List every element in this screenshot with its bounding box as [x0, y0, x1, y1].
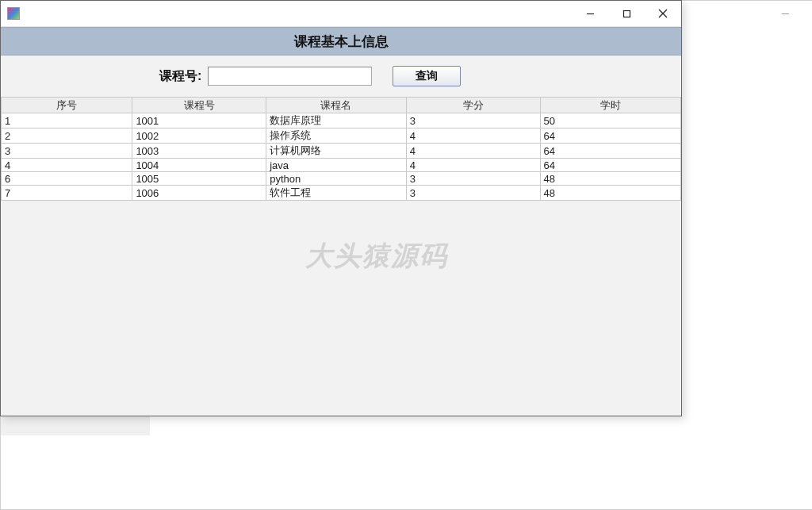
cell-seq[interactable]: 7 [2, 186, 132, 201]
svg-rect-5 [623, 10, 630, 17]
course-table-wrap: 序号 课程号 课程名 学分 学时 11001数据库原理35021002操作系统4… [1, 97, 681, 201]
cell-cid[interactable]: 1001 [132, 113, 266, 128]
cell-cid[interactable]: 1002 [132, 128, 266, 144]
search-button[interactable]: 查询 [393, 66, 461, 86]
cell-cid[interactable]: 1006 [132, 186, 266, 201]
cell-hours[interactable]: 48 [540, 172, 680, 186]
cell-cname[interactable]: 计算机网络 [266, 144, 407, 159]
table-row[interactable]: 71006软件工程348 [2, 186, 681, 201]
col-cname[interactable]: 课程名 [266, 98, 407, 113]
bg-minimize-button[interactable] [767, 1, 803, 26]
bg-maximize-button[interactable] [803, 1, 812, 26]
course-id-input[interactable] [208, 67, 372, 86]
col-hours[interactable]: 学时 [540, 98, 680, 113]
cell-cname[interactable]: 数据库原理 [266, 113, 407, 128]
cell-cname[interactable]: 操作系统 [266, 128, 407, 144]
cell-hours[interactable]: 50 [540, 113, 680, 128]
table-row[interactable]: 41004java464 [2, 159, 681, 172]
search-row: 课程号: 查询 [1, 56, 681, 97]
cell-hours[interactable]: 64 [540, 144, 680, 159]
table-row[interactable]: 11001数据库原理350 [2, 113, 681, 128]
cell-seq[interactable]: 3 [2, 144, 132, 159]
col-seq[interactable]: 序号 [2, 98, 132, 113]
cell-cid[interactable]: 1005 [132, 172, 266, 186]
cell-seq[interactable]: 6 [2, 172, 132, 186]
page-title: 课程基本上信息 [294, 33, 389, 51]
cell-cname[interactable]: 软件工程 [266, 186, 407, 201]
cell-cid[interactable]: 1003 [132, 144, 266, 159]
page-title-banner: 课程基本上信息 [1, 27, 681, 56]
course-info-window: 课程基本上信息 课程号: 查询 序号 课程号 课程名 学分 学时 [0, 0, 682, 416]
cell-seq[interactable]: 4 [2, 159, 132, 172]
table-header-row: 序号 课程号 课程名 学分 学时 [2, 98, 681, 113]
close-button[interactable] [645, 1, 681, 27]
cell-cname[interactable]: python [266, 172, 407, 186]
cell-cid[interactable]: 1004 [132, 159, 266, 172]
cell-seq[interactable]: 2 [2, 128, 132, 144]
col-credit[interactable]: 学分 [406, 98, 540, 113]
course-id-label: 课程号: [159, 68, 201, 85]
cell-credit[interactable]: 4 [406, 144, 540, 159]
window-controls [572, 1, 681, 27]
table-row[interactable]: 61005python348 [2, 172, 681, 186]
maximize-button[interactable] [608, 1, 645, 27]
cell-cname[interactable]: java [266, 159, 407, 172]
table-row[interactable]: 21002操作系统464 [2, 128, 681, 144]
cell-credit[interactable]: 3 [406, 113, 540, 128]
course-table: 序号 课程号 课程名 学分 学时 11001数据库原理35021002操作系统4… [1, 97, 681, 201]
cell-hours[interactable]: 48 [540, 186, 680, 201]
cell-credit[interactable]: 4 [406, 128, 540, 144]
table-row[interactable]: 31003计算机网络464 [2, 144, 681, 159]
cell-credit[interactable]: 4 [406, 159, 540, 172]
titlebar [1, 1, 681, 27]
java-app-icon [7, 7, 20, 20]
cell-credit[interactable]: 3 [406, 172, 540, 186]
cell-credit[interactable]: 3 [406, 186, 540, 201]
cell-hours[interactable]: 64 [540, 128, 680, 144]
cell-hours[interactable]: 64 [540, 159, 680, 172]
cell-seq[interactable]: 1 [2, 113, 132, 128]
col-cid[interactable]: 课程号 [132, 98, 266, 113]
minimize-button[interactable] [572, 1, 608, 27]
